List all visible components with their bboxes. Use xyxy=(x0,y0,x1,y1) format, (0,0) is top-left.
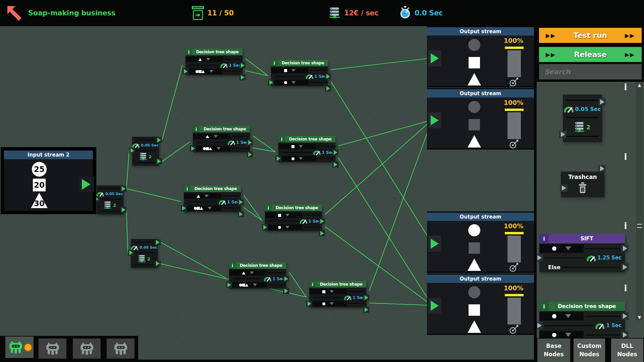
shape-selector[interactable] xyxy=(539,312,584,320)
tab-custom-nodes[interactable]: CustomNodes xyxy=(574,339,605,362)
search-input[interactable] xyxy=(539,64,642,79)
input-port[interactable] xyxy=(94,196,100,202)
output-port[interactable] xyxy=(239,62,246,68)
info-icon[interactable]: i xyxy=(539,302,549,311)
accelerator-node[interactable]: 0.05 Sec 2 xyxy=(131,239,158,268)
shape-selector[interactable] xyxy=(185,69,223,74)
scroll-up-icon[interactable]: ▲ xyxy=(636,82,643,87)
info-icon[interactable]: i xyxy=(621,283,630,293)
test-run-button[interactable]: ▶▶ Test run ▶▶ xyxy=(539,28,642,43)
node-graph-canvas[interactable]: Input stream 2 25 20 30 Output stream 10… xyxy=(0,26,537,362)
info-icon[interactable]: i xyxy=(621,152,630,162)
library-node-sift[interactable]: iSIFT 1.25 Sec Else xyxy=(539,234,625,272)
output-port[interactable] xyxy=(239,74,246,80)
server-cat-slot[interactable] xyxy=(107,339,135,359)
input-port[interactable] xyxy=(537,254,543,261)
scrollbar-handle[interactable] xyxy=(637,224,642,228)
info-icon[interactable]: i xyxy=(309,281,316,288)
input-stream-output-port[interactable] xyxy=(78,177,94,192)
shape-selector[interactable] xyxy=(229,282,267,288)
accelerator-node[interactable]: 0.05 Sec 2 xyxy=(132,137,159,166)
server-cat-slot[interactable] xyxy=(39,339,66,359)
release-button[interactable]: ▶▶ Release ▶▶ xyxy=(539,47,642,62)
input-port[interactable] xyxy=(268,79,274,85)
input-port[interactable] xyxy=(190,145,196,152)
input-port[interactable] xyxy=(306,301,312,307)
info-icon[interactable]: i xyxy=(539,234,549,243)
info-icon[interactable]: i xyxy=(185,49,192,55)
shape-selector[interactable] xyxy=(539,244,584,253)
input-port[interactable] xyxy=(129,147,135,154)
input-port[interactable] xyxy=(275,156,281,162)
shape-selector[interactable] xyxy=(193,146,230,151)
back-button[interactable] xyxy=(7,5,22,21)
output-port[interactable] xyxy=(283,288,289,294)
decision-tree-node[interactable]: iDecision tree shape 1 Sec xyxy=(229,262,286,289)
tab-base-nodes[interactable]: BaseNodes xyxy=(537,339,570,362)
input-port[interactable] xyxy=(262,224,268,230)
input-port[interactable] xyxy=(537,322,543,329)
decision-tree-node[interactable]: iDecision tree shape 1 Sec xyxy=(265,204,322,231)
shape-selector[interactable] xyxy=(185,57,223,62)
decision-tree-node[interactable]: iDecision tree shape 1 Sec xyxy=(185,49,243,75)
output-port[interactable] xyxy=(325,73,331,79)
output-port[interactable] xyxy=(621,331,629,338)
shape-selector[interactable] xyxy=(539,331,584,338)
library-node-decision-tree[interactable]: iDecision tree shape 1 Sec xyxy=(539,302,625,338)
shape-selector[interactable] xyxy=(271,68,309,73)
shape-selector[interactable] xyxy=(309,301,347,306)
output-stream-input-port[interactable] xyxy=(428,112,441,128)
output-port[interactable] xyxy=(363,295,369,301)
shape-selector[interactable] xyxy=(265,213,303,218)
shape-selector[interactable] xyxy=(278,144,316,149)
output-port[interactable] xyxy=(363,307,369,313)
output-port[interactable] xyxy=(238,211,244,217)
output-port[interactable] xyxy=(155,239,161,245)
shape-selector[interactable] xyxy=(271,80,309,85)
input-port[interactable] xyxy=(226,282,232,288)
decision-tree-node[interactable]: iDecision tree shape 1 Sec xyxy=(271,60,328,86)
info-icon[interactable]: i xyxy=(621,221,630,231)
output-port[interactable] xyxy=(325,85,331,92)
decision-tree-node[interactable]: iDecision tree shape 1 Sec xyxy=(184,185,241,212)
shape-selector[interactable] xyxy=(278,156,316,161)
output-port[interactable] xyxy=(332,149,338,156)
info-icon[interactable]: i xyxy=(265,204,272,211)
shape-selector[interactable] xyxy=(265,225,303,230)
output-port[interactable] xyxy=(247,139,253,145)
info-icon[interactable]: i xyxy=(271,60,278,66)
info-icon[interactable]: i xyxy=(193,126,200,132)
input-port[interactable] xyxy=(560,184,568,192)
server-cat-slot[interactable] xyxy=(73,339,101,359)
server-cat-slot[interactable] xyxy=(5,337,34,358)
decision-tree-node[interactable]: iDecision tree shape 1 Sec xyxy=(309,281,366,307)
accelerator-node[interactable]: 0.05 Sec 2 xyxy=(97,185,123,214)
shape-selector[interactable] xyxy=(184,205,221,211)
input-port[interactable] xyxy=(128,250,134,256)
output-port[interactable] xyxy=(247,152,253,158)
output-port[interactable] xyxy=(621,263,629,271)
library-node-trashcan[interactable]: Trashcan xyxy=(561,172,604,197)
output-port[interactable] xyxy=(621,312,629,320)
decision-tree-node[interactable]: iDecision tree shape 1 Sec xyxy=(193,126,250,152)
output-stream-input-port[interactable] xyxy=(428,50,441,66)
output-port[interactable] xyxy=(120,186,126,192)
shape-selector[interactable] xyxy=(193,134,230,139)
decision-tree-node[interactable]: iDecision tree shape 1 Sec xyxy=(278,136,335,162)
output-port[interactable] xyxy=(156,158,162,164)
output-stream-input-port[interactable] xyxy=(428,236,441,252)
scroll-down-icon[interactable]: ▼ xyxy=(636,315,643,320)
shape-selector[interactable] xyxy=(229,270,267,276)
sidebar-scrollbar[interactable]: ▲ ▼ xyxy=(636,82,643,320)
tab-dll-nodes[interactable]: DLLNodes xyxy=(611,339,643,362)
output-port[interactable] xyxy=(319,230,325,236)
output-port[interactable] xyxy=(155,260,161,266)
output-port[interactable] xyxy=(238,199,244,205)
info-icon[interactable]: i xyxy=(229,262,236,269)
output-port[interactable] xyxy=(319,218,325,224)
output-stream-input-port[interactable] xyxy=(428,298,441,314)
output-port[interactable] xyxy=(621,245,629,252)
library-node-accelerator[interactable]: 0.05 Sec 2 xyxy=(563,95,602,142)
shape-selector[interactable] xyxy=(309,289,347,294)
output-port[interactable] xyxy=(332,162,338,168)
